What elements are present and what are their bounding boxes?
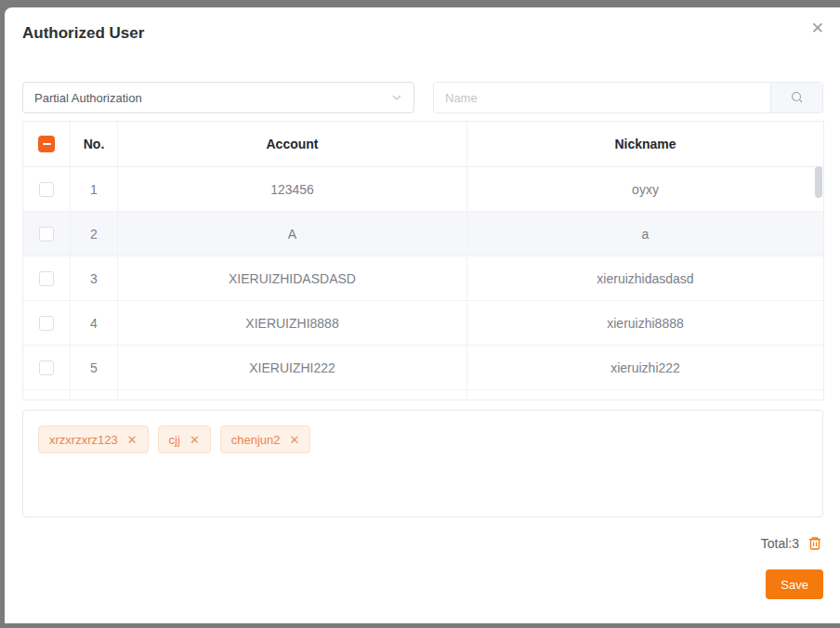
select-all-checkbox[interactable] bbox=[38, 136, 55, 152]
delete-all-button[interactable] bbox=[807, 535, 823, 552]
header-checkbox-cell bbox=[23, 122, 71, 167]
authorized-user-modal: Authorized User ✕ Partial Authorization bbox=[5, 7, 840, 623]
tag: xrzxrzxrz123 ✕ bbox=[38, 425, 149, 453]
cell-account: XIERUIZHI8888 bbox=[118, 301, 467, 346]
row-checkbox[interactable] bbox=[39, 360, 54, 375]
row-checkbox-cell bbox=[23, 301, 71, 346]
authorization-select[interactable]: Partial Authorization bbox=[22, 82, 414, 113]
cell-no: 3 bbox=[71, 256, 118, 301]
save-row: Save bbox=[766, 569, 823, 599]
chevron-down-icon bbox=[391, 92, 402, 103]
table-row: 1 123456 oyxy bbox=[23, 167, 823, 212]
cell-nickname: oyxy bbox=[467, 167, 823, 212]
indeterminate-minus-icon bbox=[43, 143, 51, 145]
table-row: 2 A a bbox=[23, 212, 823, 256]
selected-users-box: xrzxrzxrz123 ✕ cjj ✕ chenjun2 ✕ bbox=[22, 410, 823, 517]
row-checkbox[interactable] bbox=[39, 316, 54, 331]
table-row bbox=[23, 390, 823, 400]
tag-label: cjj bbox=[169, 433, 180, 447]
cell-no: 5 bbox=[71, 346, 118, 390]
close-icon[interactable]: ✕ bbox=[811, 20, 824, 36]
search-button[interactable] bbox=[770, 83, 822, 112]
authorization-select-value: Partial Authorization bbox=[34, 91, 142, 105]
cell-no: 1 bbox=[71, 167, 118, 212]
total-label: Total:3 bbox=[761, 536, 799, 551]
cell-no bbox=[71, 390, 118, 400]
table-header-row: No. Account Nickname bbox=[23, 122, 823, 167]
tag-label: chenjun2 bbox=[231, 433, 281, 447]
name-search-input[interactable] bbox=[434, 83, 770, 112]
tag-remove-icon[interactable]: ✕ bbox=[290, 434, 300, 446]
cell-no: 4 bbox=[71, 301, 118, 346]
row-checkbox-cell bbox=[23, 390, 71, 400]
cell-account: XIERUIZHI222 bbox=[118, 346, 467, 390]
tag-remove-icon[interactable]: ✕ bbox=[127, 434, 138, 446]
cell-account: XIERUIZHIDASDASD bbox=[118, 256, 467, 301]
save-button[interactable]: Save bbox=[766, 569, 823, 599]
filter-row: Partial Authorization bbox=[22, 82, 823, 113]
row-checkbox-cell bbox=[23, 346, 71, 390]
cell-nickname: xieruizhidasdasd bbox=[467, 256, 823, 301]
search-icon bbox=[790, 90, 805, 105]
table-row: 5 XIERUIZHI222 xieruizhi222 bbox=[23, 346, 823, 390]
table-body: 1 123456 oyxy 2 A a bbox=[23, 167, 823, 400]
row-checkbox[interactable] bbox=[39, 182, 54, 197]
table-row: 3 XIERUIZHIDASDASD xieruizhidasdasd bbox=[23, 256, 823, 301]
trash-icon bbox=[807, 535, 823, 552]
header-account: Account bbox=[118, 122, 467, 167]
cell-nickname bbox=[467, 390, 823, 400]
row-checkbox[interactable] bbox=[39, 227, 54, 242]
tag-remove-icon[interactable]: ✕ bbox=[190, 434, 200, 446]
tag-label: xrzxrzxrz123 bbox=[49, 433, 118, 447]
row-checkbox-cell bbox=[23, 212, 71, 256]
table-scrollbar bbox=[814, 122, 823, 399]
tag: chenjun2 ✕ bbox=[220, 425, 311, 453]
row-checkbox-cell bbox=[23, 167, 71, 212]
cell-account: 123456 bbox=[118, 167, 467, 212]
table-scrollbar-thumb[interactable] bbox=[815, 166, 822, 198]
cell-no: 2 bbox=[71, 212, 118, 256]
header-nickname: Nickname bbox=[467, 122, 823, 167]
cell-nickname: xieruizhi222 bbox=[467, 346, 823, 390]
cell-nickname: xieruizhi8888 bbox=[467, 301, 823, 346]
total-row: Total:3 bbox=[761, 535, 823, 552]
row-checkbox-cell bbox=[23, 256, 71, 301]
cell-nickname: a bbox=[467, 212, 823, 256]
authorized-user-table: No. Account Nickname 1 123456 oyxy bbox=[22, 121, 824, 400]
header-no: No. bbox=[71, 122, 118, 167]
name-search-group bbox=[433, 82, 823, 113]
table-row: 4 XIERUIZHI8888 xieruizhi8888 bbox=[23, 301, 823, 346]
modal-title: Authorized User bbox=[22, 24, 144, 43]
cell-account: A bbox=[118, 212, 467, 256]
row-checkbox[interactable] bbox=[39, 271, 54, 286]
cell-account bbox=[118, 390, 467, 400]
filter-spacer bbox=[414, 82, 433, 113]
tag: cjj ✕ bbox=[158, 425, 211, 453]
